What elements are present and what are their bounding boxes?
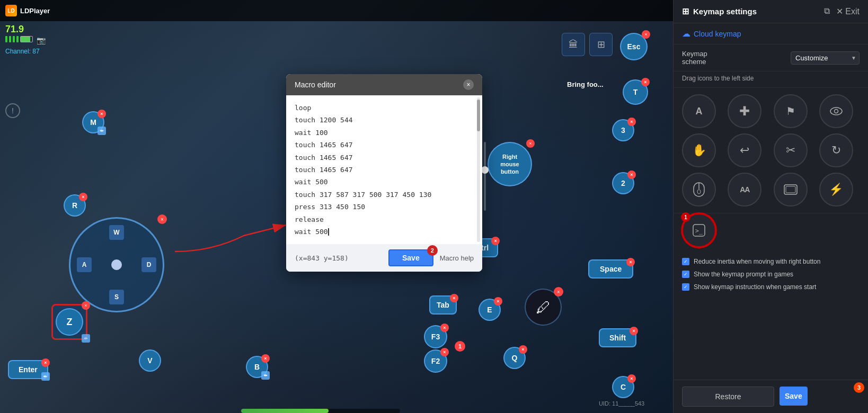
lightning-icon-item[interactable]: ⚡ [819,173,853,206]
checkbox-2[interactable]: ✓ [682,271,689,278]
num2-button[interactable]: 2 × [612,172,634,194]
tab-close[interactable]: × [450,294,458,302]
d-key[interactable]: D [141,257,156,272]
shift-button-wrap[interactable]: Shift × [599,328,636,347]
enter-edit[interactable]: ✏ [41,372,50,381]
text-aa-icon-item[interactable]: AA [728,173,761,206]
m-button-wrap[interactable]: M × ✏ [82,111,104,133]
e-close[interactable]: × [494,297,502,306]
f2-button[interactable]: F2 × [424,349,447,373]
f3-button[interactable]: F3 × [424,325,447,348]
scheme-select-wrap[interactable]: Customize ▼ [791,51,860,65]
tablet-icon-item[interactable] [774,173,808,206]
b-edit[interactable]: ✏ [261,371,270,380]
q-button-wrap[interactable]: Q × [503,347,526,369]
f2-close[interactable]: × [440,348,449,356]
c-close[interactable]: × [627,374,636,383]
hand-icon-item[interactable]: ✋ [682,133,716,167]
mouse-left-icon-item[interactable] [682,173,716,206]
macro-icon-item[interactable]: 1 >_ [682,213,716,247]
e-button-wrap[interactable]: E × [479,299,501,321]
m-close[interactable]: × [98,110,106,118]
scheme-select[interactable]: Customize [791,51,860,65]
tab-button[interactable]: Tab × [429,295,457,315]
macro-close-button[interactable]: × [463,79,474,90]
rmb-button[interactable]: Rightmousebutton [488,142,532,186]
q-close[interactable]: × [519,345,527,354]
t-button[interactable]: T × [623,79,648,105]
special-icon-wrap[interactable]: 🖊 × [525,289,562,326]
eye-icon-item[interactable] [819,94,853,128]
rmb-close[interactable]: × [526,139,535,148]
c-button[interactable]: C × [612,376,634,398]
shift-button[interactable]: Shift × [599,328,636,347]
joystick-close[interactable]: × [157,214,167,224]
s-key[interactable]: S [109,290,124,304]
ctrl-close[interactable]: × [491,237,500,245]
e-button[interactable]: E × [479,299,501,321]
b-button-wrap[interactable]: B × ✏ [246,356,268,378]
macro-input-line[interactable]: wait 500 [295,226,474,238]
save-main-button[interactable]: Save [780,387,808,406]
m-button[interactable]: M × ✏ [82,111,104,133]
m-edit[interactable]: ✏ [98,127,106,135]
b-close[interactable]: × [261,354,270,363]
macro-save-button[interactable]: Save [388,249,433,266]
tab-button-wrap[interactable]: Tab × [429,295,457,315]
exit-button[interactable]: ✕ Exit [836,6,860,16]
num3-button[interactable]: 3 × [612,119,634,141]
t-close[interactable]: × [641,78,650,86]
macro-scrollbar[interactable] [477,97,480,242]
v-button[interactable]: V [139,349,161,372]
checkbox-1[interactable]: ✓ [682,258,689,265]
r-close[interactable]: × [79,193,87,201]
z-close[interactable]: × [82,301,90,310]
hook-icon-item[interactable]: ↩ [728,133,761,167]
num2-close[interactable]: × [627,170,636,179]
z-key[interactable]: Z [56,308,83,336]
b-button[interactable]: B × ✏ [246,356,268,378]
num3-button-wrap[interactable]: 3 × [612,119,634,141]
f3-close[interactable]: × [440,324,449,332]
z-edit[interactable]: ✏ [82,334,90,343]
enter-button-wrap[interactable]: Enter × ✏ [8,360,48,379]
checkbox-3[interactable]: ✓ [682,283,689,291]
scissors-icon-item[interactable]: ✂ [774,133,808,167]
rmb-wrap[interactable]: Rightmousebutton × [488,142,532,186]
rotate-icon-item[interactable]: ↻ [819,133,853,167]
enter-button[interactable]: Enter × ✏ [8,360,48,379]
num3-close[interactable]: × [627,118,636,126]
maximize-button[interactable]: ⧉ [824,6,830,16]
a-key[interactable]: A [77,257,92,272]
v-button-wrap[interactable]: V [139,349,161,372]
keyboard-a-icon-item[interactable]: A [682,94,716,128]
slider-handle[interactable] [481,166,489,174]
macro-help-link[interactable]: Macro help [440,254,474,262]
space-button-wrap[interactable]: Space × [588,259,633,279]
cloud-keymap-button[interactable]: ☁ Cloud keymap [682,29,860,39]
t-button-wrap[interactable]: T × [623,79,648,105]
joystick[interactable]: W A S D [69,217,164,312]
w-key[interactable]: W [109,225,124,240]
f2-button-wrap[interactable]: F2 × [424,349,447,373]
shift-close[interactable]: × [630,327,638,335]
joystick-wrap[interactable]: W A S D × [69,217,164,312]
enter-close[interactable]: × [41,358,50,367]
c-button-wrap[interactable]: C × [612,376,634,398]
r-button[interactable]: R × [64,194,86,217]
space-close[interactable]: × [626,258,635,266]
z-key-wrap[interactable]: Z × ✏ [51,304,87,340]
q-button[interactable]: Q × [503,347,526,369]
esc-button-wrap[interactable]: Esc × [620,33,648,60]
special-close[interactable]: × [554,287,563,297]
esc-close[interactable]: × [642,30,650,39]
special-icon-button[interactable]: 🖊 × [525,289,562,326]
restore-button[interactable]: Restore [682,387,774,407]
space-button[interactable]: Space × [588,259,633,279]
macro-scrollbar-thumb[interactable] [477,100,480,131]
r-button-wrap[interactable]: R × [64,194,86,217]
rmb-slider[interactable] [481,142,489,211]
num2-button-wrap[interactable]: 2 × [612,172,634,194]
flag-icon-item[interactable]: ⚑ [774,94,808,128]
plus-icon-item[interactable]: ✚ [728,94,761,128]
